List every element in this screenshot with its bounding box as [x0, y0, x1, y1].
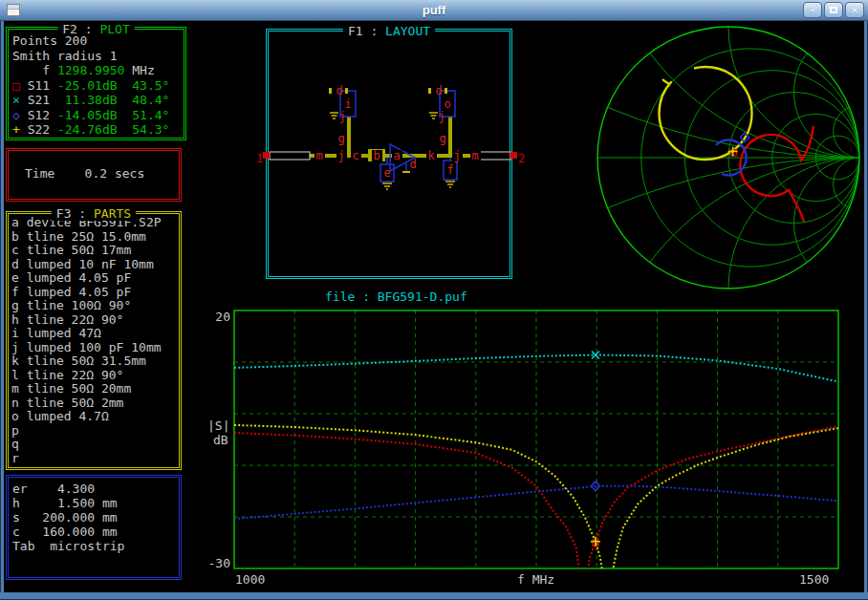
board-panel: er 4.300h 1.500 mms 200.000 mmc 160.000 …	[6, 475, 182, 580]
parts-item[interactable]: b tline 25Ω 15.0mm	[9, 230, 179, 245]
cap-mark	[445, 88, 447, 94]
y-axis-label-1: |S|	[207, 418, 229, 433]
ground-icon	[330, 113, 338, 118]
ground-icon	[429, 113, 438, 118]
maximize-icon	[830, 7, 837, 13]
svg-text:m: m	[471, 149, 478, 162]
x-axis-label: f MHz	[517, 572, 554, 587]
parts-item[interactable]: h tline 22Ω 90°	[9, 313, 179, 328]
smith-x-arc	[597, 158, 864, 294]
plot-info-panel: F2 : PLOT Points 200Smith radius 1 f 129…	[6, 27, 186, 140]
window-border-right	[864, 21, 868, 600]
parts-panel-title: F3 : PARTS	[52, 206, 136, 221]
svg-text:o: o	[444, 97, 450, 111]
window-controls: – ✕	[803, 2, 864, 18]
svg-text:d: d	[336, 84, 342, 97]
s11-marker-icon: □	[12, 78, 20, 93]
port1-pad	[263, 152, 270, 159]
parts-item[interactable]: l tline 22Ω 90°	[9, 369, 179, 383]
plot-panel-title: F2 : PLOT	[57, 22, 134, 36]
part-labels: m j c b a k j m g g d d i o j j d e f	[315, 84, 481, 180]
svg-text:j: j	[438, 110, 445, 123]
parts-item[interactable]: p	[9, 424, 179, 439]
parts-item[interactable]: c tline 50Ω 17mm	[9, 244, 179, 258]
cap-mark	[329, 88, 332, 94]
x-tick-left: 1000	[235, 572, 265, 587]
s21-marker-icon: ×	[12, 93, 20, 107]
board-param-row: Tab microstrip	[9, 539, 179, 553]
cap-mark	[345, 88, 348, 94]
svg-text:j: j	[337, 149, 344, 162]
svg-text:f: f	[446, 163, 453, 177]
y-tick-bottom: -30	[200, 556, 230, 570]
parts-item[interactable]: f lumped 4.05 pF	[9, 286, 179, 300]
titlebar[interactable]: puff – ✕	[0, 0, 868, 21]
parts-item[interactable]: m tline 50Ω 20mm	[9, 382, 179, 396]
bias-stub-right	[448, 117, 452, 154]
plot-info-row: Smith radius 1	[9, 49, 184, 64]
y-axis-label-2: dB	[213, 433, 228, 447]
sparam-readout-s21: × S21 11.38dB 48.4°	[9, 93, 184, 108]
svg-text:d: d	[409, 158, 416, 171]
svg-text:b: b	[373, 149, 380, 162]
x-tick-right: 1500	[799, 572, 829, 587]
ground-icon	[445, 182, 455, 187]
time-readout: Time 0.2 secs	[9, 151, 179, 181]
maximize-button[interactable]	[824, 2, 843, 18]
port1-label: 1	[256, 152, 263, 165]
sparam-readout-s11: □ S11 -25.01dB 43.5°	[9, 78, 184, 94]
layout-panel: F1 : LAYOUT 1 2	[266, 29, 512, 279]
s12-marker-icon: ◇	[12, 108, 20, 122]
port2-label: 2	[518, 152, 525, 165]
svg-text:m: m	[315, 149, 322, 162]
svg-text:a: a	[393, 149, 400, 162]
puff-app-window: puff – ✕ F2 : PLOT Points 200Smith radiu…	[0, 0, 868, 600]
port2-pad	[510, 152, 517, 159]
parts-item[interactable]: r	[9, 452, 179, 466]
sparam-readout-s12: ◇ S12 -14.05dB 51.4°	[9, 108, 184, 123]
parts-item[interactable]: e lumped 4.05 pF	[9, 271, 179, 286]
circuit-layout-drawing: 1 2	[269, 32, 510, 276]
svg-text:i: i	[344, 97, 351, 111]
window-border-left	[0, 21, 4, 600]
minimize-icon: –	[811, 5, 815, 15]
y-tick-top: 20	[200, 310, 230, 324]
parts-panel: F3 : PARTS a device BFG591F.S2Pb tline 2…	[6, 211, 182, 470]
magnitude-plot	[201, 287, 868, 592]
smith-chart	[595, 25, 864, 294]
close-button[interactable]: ✕	[845, 2, 864, 18]
board-param-row: s 200.000 mm	[9, 510, 179, 525]
board-param-row: c 160.000 mm	[9, 525, 179, 539]
window-border-bottom	[0, 592, 868, 600]
parts-item[interactable]: k tline 50Ω 31.5mm	[9, 354, 179, 369]
close-icon: ✕	[851, 5, 858, 15]
s22-marker-icon: +	[12, 122, 20, 137]
svg-text:d: d	[435, 84, 442, 97]
minimize-button[interactable]: –	[803, 2, 822, 18]
frequency-readout: f 1298.9950 MHz	[9, 63, 184, 78]
smith-x-arc	[597, 25, 864, 158]
board-param-row: er 4.300	[9, 482, 179, 496]
board-param-row: h 1.500 mm	[9, 496, 179, 510]
parts-item[interactable]: g tline 100Ω 90°	[9, 299, 179, 313]
parts-item[interactable]: i lumped 47Ω	[9, 327, 179, 341]
ground-icon	[402, 171, 410, 173]
port2-feed-line	[480, 152, 510, 160]
parts-item[interactable]: n tline 50Ω 2mm	[9, 396, 179, 411]
time-panel: Time 0.2 secs	[6, 148, 182, 202]
parts-item[interactable]: o lumped 4.7Ω	[9, 410, 179, 424]
window-title: puff	[0, 3, 868, 17]
smith-trace-S22-tail	[662, 79, 669, 84]
sparam-readout-s22: + S22 -24.76dB 54.3°	[9, 122, 184, 138]
ground-icon	[382, 183, 392, 189]
parts-item[interactable]: d lumped 10 nF 10mm	[9, 258, 179, 272]
parts-item[interactable]: j lumped 100 pF 10mm	[9, 341, 179, 355]
svg-text:g: g	[337, 132, 344, 145]
svg-text:k: k	[427, 149, 435, 162]
cap-mark	[428, 88, 431, 94]
svg-text:c: c	[352, 149, 358, 162]
svg-text:g: g	[439, 132, 445, 145]
port1-feed-line	[270, 152, 310, 160]
bias-stub-left	[347, 117, 351, 154]
parts-item[interactable]: q	[9, 438, 179, 452]
